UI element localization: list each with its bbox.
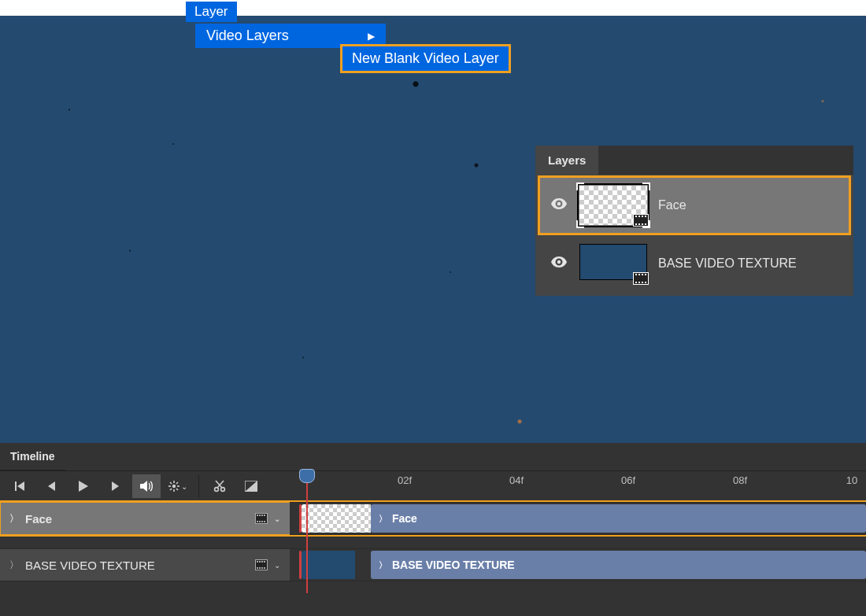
- clip-base-video-texture[interactable]: 〉 BASE VIDEO TEXTURE: [371, 551, 866, 579]
- layer-thumbnail: [579, 244, 647, 283]
- svg-rect-2: [15, 481, 17, 491]
- chevron-right-icon: 〉: [379, 559, 387, 571]
- ruler-tick: 10: [846, 474, 857, 486]
- video-layer-badge-icon: [633, 272, 649, 285]
- chevron-right-icon: 〉: [9, 512, 19, 526]
- visibility-toggle-icon[interactable]: [550, 256, 568, 271]
- prev-frame-button[interactable]: [38, 474, 66, 498]
- ruler-tick: 04f: [509, 474, 524, 486]
- video-track-icon: [255, 559, 268, 570]
- transition-button[interactable]: [237, 474, 265, 498]
- track-options-dropdown[interactable]: ⌄: [274, 515, 280, 523]
- layer-thumbnail: [579, 186, 647, 225]
- svg-marker-5: [79, 481, 88, 492]
- playhead[interactable]: [299, 469, 315, 483]
- svg-marker-22: [245, 481, 257, 492]
- go-to-start-button[interactable]: [6, 474, 35, 498]
- layer-row-face[interactable]: Face: [540, 178, 849, 233]
- submenu-arrow-icon: ▶: [368, 31, 375, 42]
- svg-line-14: [176, 489, 178, 490]
- svg-marker-3: [17, 481, 24, 491]
- timeline-panel: Timeline ⌄ 02f 04f 06f 08f 10 〉 Face ⌄: [0, 443, 866, 616]
- video-track-icon: [255, 513, 268, 524]
- clip-thumbnail-region[interactable]: [302, 551, 355, 579]
- svg-line-16: [170, 489, 172, 490]
- layer-row-base-video-texture[interactable]: BASE VIDEO TEXTURE: [540, 236, 849, 291]
- svg-point-0: [557, 202, 561, 205]
- ruler-tick: 08f: [733, 474, 747, 486]
- ruler-tick: 02f: [398, 474, 412, 486]
- track-name-label: BASE VIDEO TEXTURE: [25, 559, 155, 572]
- svg-point-1: [557, 260, 561, 264]
- clip-empty-region[interactable]: [302, 504, 371, 533]
- play-button[interactable]: [69, 474, 98, 498]
- track-body[interactable]: 〉 BASE VIDEO TEXTURE: [290, 548, 866, 581]
- svg-point-8: [172, 485, 176, 488]
- timeline-track-base-video-texture[interactable]: 〉 BASE VIDEO TEXTURE ⌄ 〉 BASE VIDEO TEXT…: [0, 548, 866, 581]
- menu-video-layers-label: Video Layers: [206, 28, 289, 44]
- audio-mute-button[interactable]: [132, 474, 161, 498]
- svg-line-15: [176, 482, 178, 484]
- chevron-right-icon: 〉: [379, 513, 387, 525]
- svg-marker-7: [140, 481, 147, 492]
- menu-layer[interactable]: Layer: [186, 2, 237, 22]
- track-name-label: Face: [25, 512, 52, 526]
- layers-panel-tabbar: Layers: [535, 146, 853, 175]
- clip-label: BASE VIDEO TEXTURE: [392, 559, 515, 571]
- layer-name-label: Face: [658, 198, 687, 212]
- svg-marker-6: [112, 481, 119, 491]
- split-clip-button[interactable]: [205, 474, 234, 498]
- clip-label: Face: [392, 512, 417, 525]
- timeline-track-face[interactable]: 〉 Face ⌄ 〉 Face: [0, 502, 866, 535]
- svg-line-13: [170, 482, 172, 484]
- track-header[interactable]: 〉 Face ⌄: [0, 502, 290, 535]
- visibility-toggle-icon[interactable]: [550, 198, 568, 212]
- layers-tab[interactable]: Layers: [535, 146, 598, 175]
- next-frame-button[interactable]: [101, 474, 129, 498]
- chevron-right-icon: 〉: [9, 559, 19, 572]
- timeline-tab[interactable]: Timeline: [0, 443, 65, 470]
- layer-name-label: BASE VIDEO TEXTURE: [658, 256, 797, 271]
- track-header[interactable]: 〉 BASE VIDEO TEXTURE ⌄: [0, 548, 290, 581]
- clip-face[interactable]: 〉 Face: [371, 504, 866, 533]
- menu-new-blank-video-layer[interactable]: New Blank Video Layer: [340, 44, 511, 73]
- layers-panel: Layers Face BASE VIDEO TEXTURE: [535, 146, 853, 296]
- svg-marker-4: [48, 481, 55, 491]
- timeline-ruler[interactable]: 02f 04f 06f 08f 10: [290, 470, 866, 501]
- ruler-tick: 06f: [621, 474, 635, 486]
- timeline-settings-button[interactable]: ⌄: [164, 474, 192, 498]
- track-options-dropdown[interactable]: ⌄: [274, 561, 280, 570]
- video-layer-badge-icon: [633, 214, 649, 227]
- track-body[interactable]: 〉 Face: [290, 502, 866, 535]
